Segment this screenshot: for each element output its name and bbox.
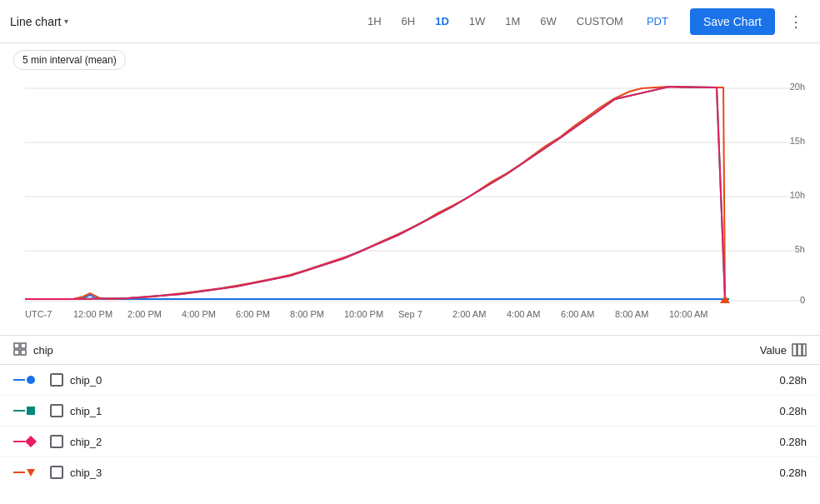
chip2-checkbox[interactable] [50,435,63,448]
interval-badge: 5 min interval (mean) [13,50,126,70]
list-item: chip_0 0.28h [0,365,820,396]
legend-header: chip Value [0,336,820,365]
interval-badge-container: 5 min interval (mean) [0,43,820,77]
list-item: chip_1 0.28h [0,396,820,427]
time-btn-6w[interactable]: 6W [532,10,565,32]
chip0-name: chip_0 [70,374,779,387]
chart-type-label: Line chart [10,15,61,28]
svg-text:5h: 5h [795,244,805,254]
chip3-checkbox[interactable] [50,466,63,479]
chip0-icon-group [13,376,43,384]
dropdown-arrow-icon: ▾ [64,17,68,26]
svg-rect-30 [802,344,806,356]
time-btn-1d[interactable]: 1D [427,10,458,32]
svg-text:6:00 PM: 6:00 PM [236,309,270,319]
chip2-diamond-icon [25,436,37,447]
svg-text:2:00 PM: 2:00 PM [128,309,162,319]
svg-text:12:00 PM: 12:00 PM [73,309,112,319]
save-chart-button[interactable]: Save Chart [690,8,775,35]
chip3-name: chip_3 [70,467,779,479]
svg-text:4:00 AM: 4:00 AM [507,309,540,319]
chip1-checkbox[interactable] [50,404,63,417]
legend-header-chip-group: chip [13,342,760,357]
chip3-value: 0.28h [779,467,807,479]
svg-text:8:00 PM: 8:00 PM [290,309,324,319]
svg-text:10h: 10h [790,190,805,200]
time-btn-1w[interactable]: 1W [461,10,494,32]
svg-text:6:00 AM: 6:00 AM [561,309,594,319]
chip1-square-icon [27,407,35,415]
svg-text:10:00 PM: 10:00 PM [344,309,383,319]
svg-rect-28 [792,344,797,356]
svg-rect-24 [14,343,19,348]
legend-section: chip Value chip_0 0.28h [0,335,820,487]
time-btn-1m[interactable]: 1M [497,10,528,32]
legend-header-value-label: Value [760,344,787,357]
columns-icon [792,342,807,357]
svg-text:8:00 AM: 8:00 AM [615,309,648,319]
time-btn-6h[interactable]: 6H [393,10,424,32]
svg-rect-29 [798,344,802,356]
svg-text:0: 0 [800,295,805,305]
chip0-value: 0.28h [779,374,807,387]
chart-area: 20h 15h 10h 5h 0 UTC-7 12:00 PM 2:00 PM … [0,80,820,335]
svg-rect-25 [21,343,26,348]
svg-rect-27 [21,350,26,355]
timezone-btn[interactable]: PDT [638,10,677,32]
chip2-value: 0.28h [779,436,807,448]
grid-icon [13,342,28,357]
svg-text:Sep 7: Sep 7 [398,309,422,319]
chip2-icon-group [13,437,43,446]
list-item: chip_3 0.28h [0,457,820,487]
svg-text:2:00 AM: 2:00 AM [452,309,486,319]
chart-container: 20h 15h 10h 5h 0 UTC-7 12:00 PM 2:00 PM … [0,77,820,335]
chip3-icon-group [13,469,43,477]
chart-type-selector[interactable]: Line chart ▾ [10,15,68,28]
legend-header-value-group: Value [760,342,807,357]
time-btn-1h[interactable]: 1H [359,10,390,32]
svg-text:15h: 15h [790,136,805,146]
chip1-name: chip_1 [70,405,779,417]
chip1-value: 0.28h [779,405,807,417]
list-item: chip_2 0.28h [0,427,820,457]
time-buttons: 1H 6H 1D 1W 1M 6W CUSTOM [359,10,632,32]
chip2-name: chip_2 [70,436,779,448]
svg-rect-26 [14,350,19,355]
legend-header-chip-label: chip [33,344,53,357]
toolbar: Line chart ▾ 1H 6H 1D 1W 1M 6W CUSTOM PD… [0,0,820,43]
svg-text:4:00 PM: 4:00 PM [182,309,216,319]
svg-text:20h: 20h [790,82,805,92]
chip1-icon-group [13,407,43,415]
time-btn-custom[interactable]: CUSTOM [568,10,632,32]
svg-text:10:00 AM: 10:00 AM [669,309,708,319]
more-options-button[interactable]: ⋮ [782,7,810,36]
chip3-triangle-icon [27,469,35,477]
chart-svg: 20h 15h 10h 5h 0 UTC-7 12:00 PM 2:00 PM … [0,80,820,330]
svg-text:UTC-7: UTC-7 [25,309,52,319]
chip0-checkbox[interactable] [50,373,63,387]
chip0-circle-icon [27,376,35,384]
